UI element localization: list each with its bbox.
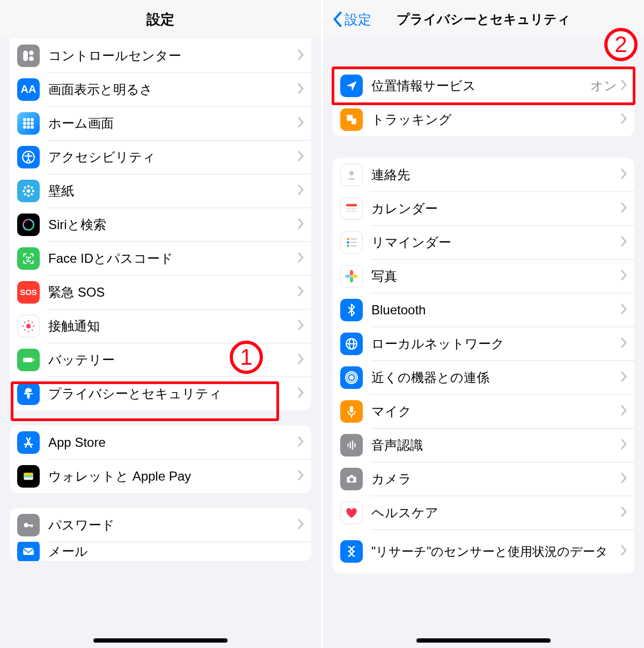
row-label: "リサーチ"のセンサーと使用状況のデータ	[371, 544, 620, 559]
row-label: 位置情報サービス	[371, 77, 590, 94]
row-label: プライバシーとセキュリティ	[48, 385, 297, 402]
chevron-right-icon	[620, 113, 627, 127]
svg-point-19	[24, 187, 26, 188]
row-battery[interactable]: バッテリー	[10, 343, 311, 377]
row-label: アクセシビリティ	[48, 149, 297, 166]
chevron-right-icon	[297, 218, 304, 232]
svg-point-33	[24, 329, 26, 330]
home-indicator	[416, 638, 551, 643]
accessibility-icon	[17, 146, 40, 168]
svg-rect-72	[350, 406, 354, 413]
location-icon	[340, 75, 363, 97]
calendar-icon	[340, 197, 363, 220]
row-tracking[interactable]: トラッキング	[333, 102, 634, 136]
back-button[interactable]: 設定	[333, 11, 371, 28]
settings-group-accounts: パスワード メール	[10, 508, 311, 561]
svg-point-30	[33, 325, 34, 327]
svg-point-52	[347, 210, 348, 211]
svg-point-25	[30, 257, 31, 257]
chevron-right-icon	[620, 202, 627, 216]
svg-rect-37	[24, 393, 33, 394]
row-photos[interactable]: 写真	[333, 259, 634, 293]
svg-rect-39	[24, 473, 33, 475]
row-sos[interactable]: SOS 緊急 SOS	[10, 275, 311, 309]
row-appstore[interactable]: App Store	[10, 425, 311, 459]
row-label: カレンダー	[371, 200, 620, 217]
row-passwords[interactable]: パスワード	[10, 508, 311, 542]
row-privacy[interactable]: プライバシーとセキュリティ	[10, 377, 311, 410]
row-accessibility[interactable]: アクセシビリティ	[10, 140, 311, 174]
row-location[interactable]: 位置情報サービス オン	[333, 69, 634, 102]
svg-point-69	[350, 375, 354, 379]
svg-point-16	[28, 195, 30, 196]
svg-point-53	[350, 210, 351, 211]
chevron-right-icon	[620, 269, 627, 283]
chevron-right-icon	[620, 506, 627, 520]
row-label: カメラ	[371, 470, 620, 488]
row-label: 壁紙	[48, 182, 297, 200]
row-exposure[interactable]: 接触通知	[10, 309, 311, 343]
row-label: トラッキング	[371, 111, 620, 128]
svg-rect-61	[350, 245, 357, 246]
row-wallpaper[interactable]: 壁紙	[10, 174, 311, 208]
row-calendar[interactable]: カレンダー	[333, 192, 634, 225]
svg-rect-35	[23, 357, 32, 362]
svg-point-13	[27, 153, 30, 155]
wallpaper-icon	[17, 180, 40, 202]
bluetooth-icon	[340, 299, 363, 321]
svg-point-34	[32, 329, 33, 330]
row-bluetooth[interactable]: Bluetooth	[333, 293, 634, 327]
row-camera[interactable]: カメラ	[333, 462, 634, 496]
svg-point-77	[349, 477, 353, 481]
svg-rect-47	[346, 204, 357, 206]
svg-rect-9	[23, 126, 26, 128]
row-localnet[interactable]: ローカルネットワーク	[333, 327, 634, 360]
row-siri[interactable]: Siriと検索	[10, 208, 311, 241]
row-health[interactable]: ヘルスケア	[333, 496, 634, 529]
chevron-right-icon	[297, 116, 304, 130]
row-research[interactable]: "リサーチ"のセンサーと使用状況のデータ	[333, 529, 634, 573]
row-speech[interactable]: 音声認識	[333, 428, 634, 462]
row-nearby[interactable]: 近くの機器との連係	[333, 360, 634, 394]
row-faceid[interactable]: Face IDとパスコード	[10, 241, 311, 275]
svg-point-65	[345, 274, 351, 278]
passwords-icon	[17, 514, 40, 536]
row-label: 接触通知	[48, 318, 297, 335]
svg-rect-76	[354, 443, 355, 447]
battery-icon	[17, 349, 40, 371]
svg-rect-5	[31, 118, 33, 121]
localnet-icon	[340, 333, 363, 355]
svg-rect-59	[350, 241, 357, 242]
row-label: ウォレットと Apple Pay	[48, 468, 297, 485]
wallet-icon	[17, 465, 40, 488]
row-label: パスワード	[48, 517, 297, 534]
health-icon	[340, 502, 363, 524]
row-display[interactable]: AA 画面表示と明るさ	[10, 72, 311, 106]
chevron-right-icon	[297, 353, 304, 367]
row-label: リマインダー	[371, 234, 620, 251]
svg-rect-73	[347, 443, 348, 447]
microphone-icon	[340, 400, 363, 423]
siri-icon	[17, 213, 40, 236]
svg-rect-75	[352, 440, 353, 450]
svg-point-58	[347, 241, 349, 243]
page-title: 設定	[147, 10, 174, 29]
row-home-screen[interactable]: ホーム画面	[10, 106, 311, 140]
row-mail[interactable]: メール	[10, 542, 311, 561]
exposure-icon	[17, 315, 40, 337]
svg-point-15	[28, 185, 30, 187]
svg-point-29	[23, 325, 24, 327]
svg-point-14	[27, 189, 31, 193]
row-wallet[interactable]: ウォレットと Apple Pay	[10, 459, 311, 493]
svg-rect-0	[23, 50, 28, 61]
row-microphone[interactable]: マイク	[333, 394, 634, 428]
chevron-right-icon	[297, 252, 304, 266]
contacts-icon	[340, 164, 363, 186]
row-label: 連絡先	[371, 166, 620, 183]
svg-point-51	[354, 208, 355, 209]
row-contacts[interactable]: 連絡先	[333, 158, 634, 192]
row-control-center[interactable]: コントロールセンター	[10, 39, 311, 72]
privacy-screen: 設定 プライバシーとセキュリティ 位置情報サービス オン トラッキング	[322, 0, 644, 648]
row-reminders[interactable]: リマインダー	[333, 225, 634, 259]
svg-point-26	[26, 323, 31, 328]
